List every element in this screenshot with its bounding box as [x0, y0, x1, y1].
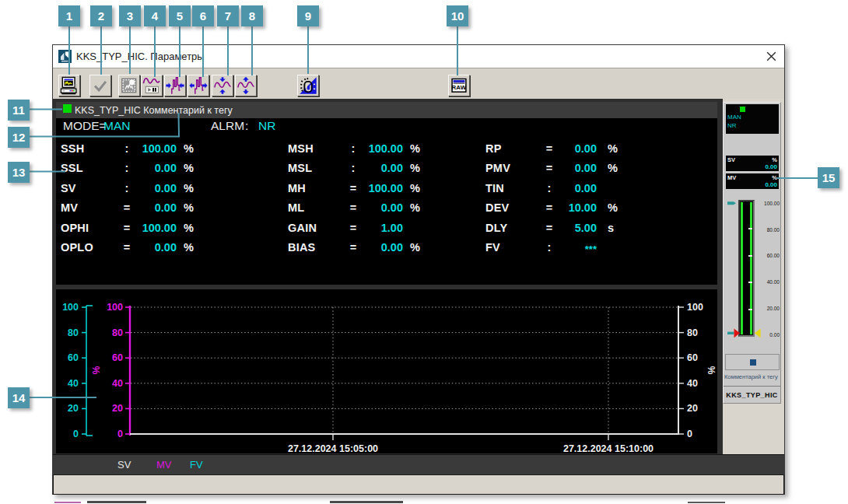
- parameter-label: MSH: [288, 142, 314, 156]
- legend-mv[interactable]: MV: [156, 455, 172, 474]
- apply-button[interactable]: [89, 75, 111, 96]
- parameter-value[interactable]: 0.00: [317, 161, 403, 175]
- parameter-value[interactable]: 100.00: [317, 142, 403, 156]
- parameter-value[interactable]: 0.00: [91, 201, 177, 215]
- parameter-value[interactable]: 0.00: [511, 142, 597, 156]
- sv-marker-yellow: [755, 329, 761, 338]
- compress-time-axis-icon: [165, 75, 185, 96]
- parameter-label: TIN: [485, 181, 504, 195]
- callout-6: 6: [192, 5, 214, 26]
- invert-colors-button[interactable]: [297, 75, 319, 96]
- raw-data-icon: RAW: [449, 75, 469, 96]
- compress-value-axis-button[interactable]: [212, 75, 233, 96]
- parameter-label: GAIN: [288, 221, 317, 235]
- parameter-value[interactable]: ***: [511, 240, 597, 257]
- parameter-value[interactable]: 0.00: [91, 240, 177, 254]
- axis-tick-label: 40: [687, 377, 718, 390]
- status-bar: [53, 474, 784, 495]
- axis-tick-label: 80: [687, 327, 718, 339]
- parameter-unit: %: [410, 240, 420, 254]
- window-title: KKS_TYP_HIC. Параметры: [76, 45, 205, 68]
- application-logo-icon: [58, 50, 72, 63]
- page: { "callouts": ["1","2","3","4","5","6","…: [0, 0, 848, 504]
- callout-8: 8: [241, 5, 263, 26]
- parameter-value[interactable]: 0.00: [91, 161, 177, 175]
- page-fragment: [688, 502, 725, 503]
- svg-text:RAW: RAW: [451, 84, 466, 91]
- snapshot-icon: [119, 75, 139, 96]
- callout-3: 3: [119, 5, 141, 26]
- axis-tick-label: 60: [100, 352, 123, 364]
- page-fragment: [330, 501, 403, 503]
- parameter-label: MSL: [288, 161, 312, 175]
- parameter-value[interactable]: 0.00: [511, 181, 597, 195]
- callout-5: 5: [169, 5, 191, 26]
- alarm-value: NR: [258, 116, 275, 136]
- right-column-frame: [717, 99, 723, 454]
- run-pause-trend-button[interactable]: [141, 75, 163, 96]
- parameter-value[interactable]: 100.00: [317, 181, 403, 195]
- page-fragment: [54, 502, 81, 503]
- parameter-unit: %: [410, 201, 420, 215]
- legend-sv[interactable]: SV: [117, 455, 131, 474]
- parameter-unit: %: [608, 201, 618, 215]
- trend-axes: [56, 289, 717, 453]
- axis-tick-label: 100: [100, 301, 123, 313]
- faceplate-window: KKS_TYP_HIC. Параметры: [52, 44, 785, 495]
- axis-tick-label: 80: [56, 327, 79, 339]
- trend-timestamp-1: 27.12.2024 15:05:00: [288, 443, 378, 454]
- expand-value-axis-icon: [236, 75, 256, 96]
- parameter-label: ML: [288, 201, 304, 215]
- axis-tick-label: 60: [687, 352, 718, 364]
- parameter-value[interactable]: 100.00: [91, 221, 177, 235]
- parameter-value[interactable]: 0.00: [317, 240, 403, 254]
- callout-10: 10: [447, 5, 468, 26]
- parameter-label: OPHI: [61, 221, 89, 235]
- axis-tick-label: 100: [687, 301, 718, 313]
- parameter-label: SSH: [61, 142, 84, 156]
- mode-value: MAN: [103, 116, 130, 136]
- expand-value-axis-button[interactable]: [235, 75, 257, 96]
- parameter-unit: s: [608, 221, 614, 235]
- callout-14: 14: [8, 387, 30, 408]
- faceplate-widget: MAN NR SV % 0.00 MV % 0.00 100.00 80.00: [723, 102, 781, 404]
- parameter-value[interactable]: 1.00: [317, 221, 403, 235]
- setpoint-marker-top: [727, 201, 736, 205]
- mv-marker-red: [734, 329, 741, 338]
- axis-tick-label: 100: [56, 301, 79, 313]
- parameter-value[interactable]: 5.00: [511, 221, 597, 235]
- parameter-value[interactable]: 10.00: [511, 201, 597, 215]
- axis-tick-label: 80: [100, 327, 123, 339]
- parameter-unit: %: [184, 221, 194, 235]
- parameter-unit: %: [184, 181, 194, 195]
- close-icon[interactable]: [766, 51, 777, 62]
- parameter-value[interactable]: 0.00: [317, 201, 403, 215]
- right-axis-unit: %: [706, 366, 717, 375]
- axis-tick-label: 20: [56, 402, 79, 415]
- parameters-panel: KKS_TYP_HIC Комментарий к тегу MODE= MAN…: [56, 102, 717, 285]
- snapshot-button[interactable]: [118, 75, 140, 96]
- expand-time-axis-button[interactable]: [187, 75, 209, 96]
- parameter-unit: %: [184, 240, 194, 254]
- parameter-value[interactable]: 0.00: [511, 161, 597, 175]
- apply-check-icon: [90, 75, 110, 96]
- faceplate-tag-name: KKS_TYP_HIC: [724, 391, 780, 399]
- trend-panel[interactable]: 100 80 60 40 20 0 100 80 60 40 20: [56, 289, 717, 453]
- callout-11: 11: [8, 100, 30, 121]
- compress-value-axis-icon: [212, 75, 233, 96]
- callout-12: 12: [8, 127, 30, 148]
- print-trend-button[interactable]: [58, 75, 80, 96]
- parameter-unit: %: [608, 142, 618, 156]
- parameter-label: FV: [485, 240, 500, 254]
- faceplate-button-box[interactable]: [725, 354, 780, 370]
- parameter-label: PMV: [485, 161, 510, 175]
- legend-fv[interactable]: FV: [190, 455, 203, 474]
- axis-tick-label: 20: [100, 402, 123, 415]
- compress-time-axis-button[interactable]: [164, 75, 186, 96]
- parameter-value[interactable]: 0.00: [91, 181, 177, 195]
- raw-data-button[interactable]: RAW: [448, 75, 470, 96]
- setpoint-marker-bottom: [727, 332, 734, 334]
- title-bar[interactable]: KKS_TYP_HIC. Параметры: [53, 45, 784, 68]
- parameter-value[interactable]: 100.00: [91, 142, 177, 156]
- mv-axis-unit: %: [91, 366, 102, 375]
